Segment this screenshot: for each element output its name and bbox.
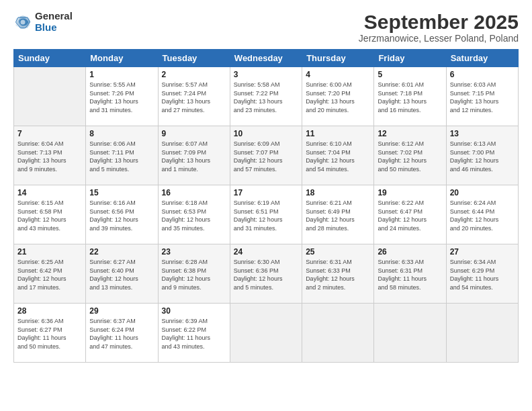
calendar-cell: 11Sunrise: 6:10 AMSunset: 7:04 PMDayligh… (302, 126, 374, 185)
location: Jerzmanowice, Lesser Poland, Poland (359, 33, 519, 44)
cell-info: Sunrise: 6:30 AMSunset: 6:36 PMDaylight:… (234, 258, 298, 291)
cell-info: Sunrise: 6:12 AMSunset: 7:02 PMDaylight:… (378, 140, 442, 173)
cell-info: Sunrise: 6:03 AMSunset: 7:15 PMDaylight:… (450, 81, 515, 114)
logo: General Blue (13, 11, 73, 33)
calendar-cell: 27Sunrise: 6:34 AMSunset: 6:29 PMDayligh… (446, 244, 518, 304)
header-friday: Friday (374, 50, 446, 67)
day-number: 16 (162, 188, 226, 197)
calendar-cell: 23Sunrise: 6:28 AMSunset: 6:38 PMDayligh… (158, 244, 230, 304)
calendar-cell: 25Sunrise: 6:31 AMSunset: 6:33 PMDayligh… (302, 244, 374, 304)
cell-info: Sunrise: 6:09 AMSunset: 7:07 PMDaylight:… (234, 140, 298, 173)
calendar-cell: 1Sunrise: 5:55 AMSunset: 7:26 PMDaylight… (86, 67, 158, 126)
logo-blue: Blue (35, 22, 73, 34)
day-number: 26 (378, 247, 442, 257)
calendar-cell: 21Sunrise: 6:25 AMSunset: 6:42 PMDayligh… (14, 244, 86, 304)
calendar-cell (302, 304, 374, 363)
day-number: 12 (378, 129, 442, 138)
day-number: 24 (234, 247, 298, 257)
calendar-week-5: 28Sunrise: 6:36 AMSunset: 6:27 PMDayligh… (14, 304, 519, 363)
cell-info: Sunrise: 6:21 AMSunset: 6:49 PMDaylight:… (306, 199, 370, 232)
day-number: 17 (234, 188, 298, 197)
header-monday: Monday (86, 50, 158, 67)
calendar-cell: 13Sunrise: 6:13 AMSunset: 7:00 PMDayligh… (446, 126, 518, 185)
cell-info: Sunrise: 5:57 AMSunset: 7:24 PMDaylight:… (162, 81, 226, 114)
calendar-week-2: 7Sunrise: 6:04 AMSunset: 7:13 PMDaylight… (14, 126, 519, 185)
day-number: 22 (89, 247, 154, 257)
day-number: 18 (306, 188, 370, 197)
cell-info: Sunrise: 6:10 AMSunset: 7:04 PMDaylight:… (306, 140, 370, 173)
cell-info: Sunrise: 6:13 AMSunset: 7:00 PMDaylight:… (450, 140, 515, 173)
calendar-cell: 8Sunrise: 6:06 AMSunset: 7:11 PMDaylight… (86, 126, 158, 185)
calendar-cell: 9Sunrise: 6:07 AMSunset: 7:09 PMDaylight… (158, 126, 230, 185)
calendar-cell: 19Sunrise: 6:22 AMSunset: 6:47 PMDayligh… (374, 185, 446, 244)
calendar-cell (446, 304, 518, 363)
day-number: 20 (450, 188, 515, 197)
cell-info: Sunrise: 6:24 AMSunset: 6:44 PMDaylight:… (450, 199, 515, 232)
calendar-cell: 6Sunrise: 6:03 AMSunset: 7:15 PMDaylight… (446, 67, 518, 126)
calendar-cell: 28Sunrise: 6:36 AMSunset: 6:27 PMDayligh… (14, 304, 86, 363)
day-number: 8 (89, 129, 154, 138)
day-number: 15 (89, 188, 154, 197)
calendar-cell: 14Sunrise: 6:15 AMSunset: 6:58 PMDayligh… (14, 185, 86, 244)
calendar-week-4: 21Sunrise: 6:25 AMSunset: 6:42 PMDayligh… (14, 244, 519, 304)
calendar-cell: 5Sunrise: 6:01 AMSunset: 7:18 PMDaylight… (374, 67, 446, 126)
cell-info: Sunrise: 6:07 AMSunset: 7:09 PMDaylight:… (162, 140, 226, 173)
calendar-cell: 10Sunrise: 6:09 AMSunset: 7:07 PMDayligh… (230, 126, 302, 185)
calendar-header: Sunday Monday Tuesday Wednesday Thursday… (14, 50, 519, 67)
day-number: 9 (162, 129, 226, 138)
calendar: Sunday Monday Tuesday Wednesday Thursday… (13, 49, 519, 363)
logo-text: General Blue (35, 11, 73, 33)
day-number: 1 (89, 70, 154, 79)
calendar-cell: 4Sunrise: 6:00 AMSunset: 7:20 PMDaylight… (302, 67, 374, 126)
cell-info: Sunrise: 6:25 AMSunset: 6:42 PMDaylight:… (17, 258, 82, 291)
day-number: 6 (450, 70, 515, 79)
header-wednesday: Wednesday (230, 50, 302, 67)
day-number: 14 (17, 188, 82, 197)
cell-info: Sunrise: 6:04 AMSunset: 7:13 PMDaylight:… (17, 140, 82, 173)
calendar-cell: 22Sunrise: 6:27 AMSunset: 6:40 PMDayligh… (86, 244, 158, 304)
day-number: 5 (378, 70, 442, 79)
cell-info: Sunrise: 6:31 AMSunset: 6:33 PMDaylight:… (306, 258, 370, 291)
cell-info: Sunrise: 6:18 AMSunset: 6:53 PMDaylight:… (162, 199, 226, 232)
cell-info: Sunrise: 6:33 AMSunset: 6:31 PMDaylight:… (378, 258, 442, 291)
calendar-cell (374, 304, 446, 363)
calendar-cell: 26Sunrise: 6:33 AMSunset: 6:31 PMDayligh… (374, 244, 446, 304)
day-number: 11 (306, 129, 370, 138)
calendar-cell: 30Sunrise: 6:39 AMSunset: 6:22 PMDayligh… (158, 304, 230, 363)
cell-info: Sunrise: 5:58 AMSunset: 7:22 PMDaylight:… (234, 81, 298, 114)
day-number: 23 (162, 247, 226, 257)
logo-general: General (35, 11, 73, 22)
calendar-body: 1Sunrise: 5:55 AMSunset: 7:26 PMDaylight… (14, 67, 519, 363)
cell-info: Sunrise: 6:19 AMSunset: 6:51 PMDaylight:… (234, 199, 298, 232)
svg-point-2 (21, 19, 26, 24)
title-block: September 2025 Jerzmanowice, Lesser Pola… (359, 11, 519, 44)
logo-icon (13, 13, 32, 32)
day-number: 21 (17, 247, 82, 257)
cell-info: Sunrise: 6:34 AMSunset: 6:29 PMDaylight:… (450, 258, 515, 291)
calendar-cell: 16Sunrise: 6:18 AMSunset: 6:53 PMDayligh… (158, 185, 230, 244)
cell-info: Sunrise: 6:28 AMSunset: 6:38 PMDaylight:… (162, 258, 226, 291)
day-number: 28 (17, 306, 82, 316)
day-number: 30 (162, 306, 226, 316)
header-tuesday: Tuesday (158, 50, 230, 67)
cell-info: Sunrise: 6:22 AMSunset: 6:47 PMDaylight:… (378, 199, 442, 232)
calendar-week-3: 14Sunrise: 6:15 AMSunset: 6:58 PMDayligh… (14, 185, 519, 244)
day-number: 27 (450, 247, 515, 257)
calendar-cell: 15Sunrise: 6:16 AMSunset: 6:56 PMDayligh… (86, 185, 158, 244)
cell-info: Sunrise: 6:39 AMSunset: 6:22 PMDaylight:… (162, 317, 226, 351)
calendar-cell: 17Sunrise: 6:19 AMSunset: 6:51 PMDayligh… (230, 185, 302, 244)
day-number: 13 (450, 129, 515, 138)
cell-info: Sunrise: 6:00 AMSunset: 7:20 PMDaylight:… (306, 81, 370, 114)
page-header: General Blue September 2025 Jerzmanowice… (13, 11, 519, 44)
cell-info: Sunrise: 6:36 AMSunset: 6:27 PMDaylight:… (17, 317, 82, 351)
day-number: 19 (378, 188, 442, 197)
day-number: 4 (306, 70, 370, 79)
cell-info: Sunrise: 6:01 AMSunset: 7:18 PMDaylight:… (378, 81, 442, 114)
calendar-cell: 3Sunrise: 5:58 AMSunset: 7:22 PMDaylight… (230, 67, 302, 126)
day-number: 29 (89, 306, 154, 316)
header-saturday: Saturday (446, 50, 518, 67)
day-number: 25 (306, 247, 370, 257)
calendar-week-1: 1Sunrise: 5:55 AMSunset: 7:26 PMDaylight… (14, 67, 519, 126)
day-number: 7 (17, 129, 82, 138)
calendar-cell: 20Sunrise: 6:24 AMSunset: 6:44 PMDayligh… (446, 185, 518, 244)
